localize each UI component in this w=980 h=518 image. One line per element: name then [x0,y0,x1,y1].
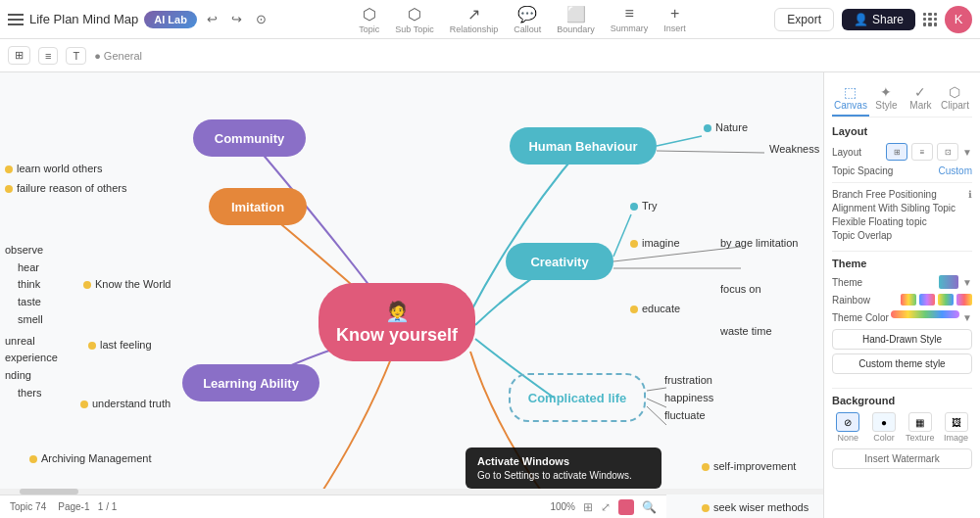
bg-opt-none[interactable]: ⊘ None [832,412,864,443]
layout-opt-1[interactable]: ⊞ [886,143,907,161]
node-creativity[interactable]: Creativity [506,243,613,280]
general-label[interactable]: ● General [94,50,142,62]
branch-thers[interactable]: thers [18,387,41,399]
branch-age-limit[interactable]: by age limitation [720,237,799,249]
branch-weakness[interactable]: Weakness [769,143,819,155]
text-view-button[interactable]: T [66,47,86,65]
ai-lab-button[interactable]: AI Lab [144,11,197,28]
history-button[interactable]: ⊙ [252,10,270,28]
custom-theme-button[interactable]: Custom theme style [832,353,972,374]
apps-grid-icon[interactable] [923,13,937,26]
branch-nding[interactable]: nding [5,369,31,381]
layout-opt-2[interactable]: ≡ [911,143,933,161]
layout-section-title: Layout [832,125,972,137]
branch-free-row: Branch Free Positioning ℹ [832,189,972,200]
sub-topic-tool[interactable]: ⬡ Sub Topic [395,5,433,34]
watermark-button[interactable]: Insert Watermark [832,448,972,469]
rainbow-opt-2[interactable] [919,294,935,306]
minimap-icon[interactable] [618,499,634,515]
status-bar: Topic 74 Page-1 1 / 1 100% ⊞ ⤢ 🔍 [0,494,666,518]
branch-hear[interactable]: hear [18,261,39,273]
branch-fluctuate[interactable]: fluctuate [664,409,706,421]
rainbow-opt-4[interactable] [956,294,972,306]
bg-color-icon: ● [872,412,896,432]
summary-tool[interactable]: ≡ Summary [611,5,649,33]
branch-smell[interactable]: smell [18,313,43,325]
zoom-out-button[interactable]: 🔍 [642,500,657,514]
layout-dropdown[interactable]: ▼ [962,143,972,161]
branch-nature[interactable]: Nature [704,121,748,133]
center-node[interactable]: 🧑‍💼 Know yourself [318,283,475,361]
branch-imagine[interactable]: imagine [630,237,680,249]
branch-experience[interactable]: experience [5,352,58,363]
boundary-tool[interactable]: ⬜ Boundary [557,5,595,34]
branch-dot-learn-world [5,165,13,173]
branch-unreal[interactable]: unreal [5,335,35,347]
branch-learn-world[interactable]: learn world others [5,163,102,174]
branch-know-world[interactable]: Know the World [83,278,171,290]
list-view-button[interactable]: ≡ [38,47,58,65]
branch-frustration[interactable]: frustration [664,374,712,386]
theme-preview[interactable] [939,275,958,289]
overlap-row: Topic Overlap [832,230,972,241]
theme-color-dropdown[interactable]: ▼ [962,312,972,323]
insert-tool[interactable]: + Insert [663,5,686,33]
branch-self-improvement[interactable]: self-improvement [702,460,796,472]
node-learning[interactable]: Learning Ability [182,364,319,401]
hand-drawn-button[interactable]: Hand-Drawn Style [832,329,972,350]
style-tab-icon: ✦ [871,84,902,100]
export-button[interactable]: Export [774,8,834,31]
bg-opt-color[interactable]: ● Color [868,412,901,443]
tab-clipart[interactable]: ⬡ Clipart [938,80,972,117]
tab-style[interactable]: ✦ Style [869,80,904,117]
share-button[interactable]: 👤 Share [842,9,915,30]
branch-seek-wiser[interactable]: seek wiser methods [702,501,808,513]
branch-observe[interactable]: observe [5,244,43,256]
branch-avoid[interactable]: failure reason of others [5,182,127,194]
panel-tabs: ⬚ Canvas ✦ Style ✓ Mark ⬡ Clipart [832,80,972,118]
rainbow-opt-1[interactable] [901,294,916,306]
info-icon[interactable]: ℹ [968,189,972,200]
rainbow-opt-3[interactable] [938,294,954,306]
node-complicated[interactable]: Complicated life [509,373,646,422]
branch-taste[interactable]: taste [18,296,41,307]
bg-opt-image[interactable]: 🖼 Image [940,412,972,443]
theme-dropdown[interactable]: ▼ [962,277,972,288]
scroll-thumb[interactable] [20,489,78,494]
node-imitation[interactable]: Imitation [209,188,307,225]
theme-label: Theme [832,277,862,288]
branch-dot-understand [80,400,88,408]
branch-last-feeling[interactable]: last feeling [88,339,152,351]
branch-focus[interactable]: focus on [720,283,761,295]
callout-tool[interactable]: 💬 Callout [514,5,541,34]
zoom-fit-button[interactable]: ⊞ [583,500,593,514]
grid-view-button[interactable]: ⊞ [8,46,30,65]
tab-mark[interactable]: ✓ Mark [904,80,938,117]
branch-think[interactable]: think [18,278,40,290]
toolbar-right: Export 👤 Share K [774,6,972,33]
user-avatar[interactable]: K [945,6,972,33]
flexible-row: Flexible Floating topic [832,216,972,227]
fullscreen-button[interactable]: ⤢ [601,500,611,514]
redo-button[interactable]: ↪ [227,10,246,28]
canvas-area[interactable]: 🧑‍💼 Know yourself Community Human Behavi… [0,72,823,518]
theme-color-strip[interactable] [891,310,959,318]
branch-archiving[interactable]: Archiving Management [29,452,152,464]
branch-happiness[interactable]: happiness [664,392,713,403]
branch-understand[interactable]: understand truth [80,398,171,409]
node-community[interactable]: Community [193,119,306,157]
undo-button[interactable]: ↩ [203,10,221,28]
node-human[interactable]: Human Behaviour [510,127,657,165]
layout-opt-3[interactable]: ⊡ [937,143,958,161]
relationship-tool[interactable]: ↗ Relationship [450,5,499,34]
branch-waste[interactable]: waste time [720,325,772,337]
topic-tool[interactable]: ⬡ Topic [359,5,379,34]
branch-try[interactable]: Try [630,200,657,212]
horizontal-scrollbar[interactable] [0,489,823,494]
branch-educate[interactable]: educate [630,303,680,314]
tab-canvas[interactable]: ⬚ Canvas [832,80,869,117]
center-avatar: 🧑‍💼 [385,300,410,323]
bg-opt-texture[interactable]: ▦ Texture [905,412,937,443]
hamburger-menu[interactable] [8,14,24,25]
alignment-row: Alignment With Sibling Topic [832,203,972,213]
